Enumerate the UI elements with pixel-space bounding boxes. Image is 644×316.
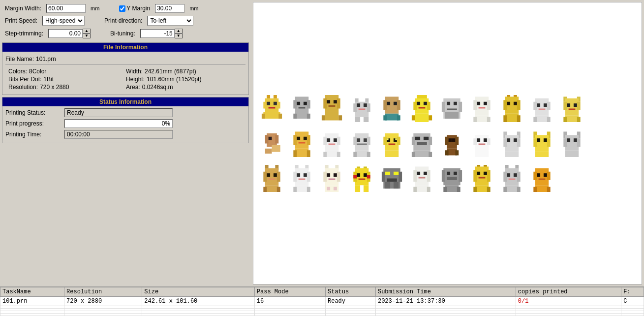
svg-rect-202	[263, 187, 267, 191]
cell-taskname: 101.prn	[0, 297, 64, 306]
svg-rect-21	[323, 98, 327, 108]
margin-width-label: Margin Width:	[5, 5, 41, 12]
svg-rect-262	[443, 187, 447, 191]
svg-rect-232	[364, 173, 367, 177]
svg-rect-258	[447, 171, 450, 175]
svg-rect-160	[445, 150, 449, 155]
step-trimming-spinner: ▲ ▼	[48, 29, 91, 38]
print-direction-select[interactable]: To-left To-right Bi-directional	[147, 16, 193, 26]
svg-rect-256	[442, 170, 445, 182]
left-panel: Margin Width: 60.00 mm Y Margin 30.00 mm	[0, 0, 251, 286]
sprite-r3-5	[378, 165, 405, 192]
svg-rect-254	[427, 187, 430, 191]
cell-resolution: 720 x 2880	[64, 297, 142, 306]
col-f: F:	[621, 287, 644, 297]
svg-rect-25	[329, 105, 336, 106]
y-margin-unit: mm	[189, 5, 198, 11]
svg-rect-284	[503, 187, 507, 191]
svg-rect-176	[505, 152, 519, 157]
filename-row: File Name: 101.prn	[5, 54, 245, 63]
bi-tuning-spinner-buttons: ▲ ▼	[175, 29, 183, 38]
svg-rect-220	[327, 173, 330, 177]
svg-rect-126	[337, 152, 340, 157]
svg-rect-166	[484, 138, 487, 142]
svg-rect-171	[505, 135, 519, 152]
step-trimming-up[interactable]: ▲	[83, 29, 91, 33]
printing-time-label: Printing Time:	[5, 131, 64, 138]
col-size: Size	[142, 287, 255, 297]
svg-rect-49	[413, 101, 417, 110]
svg-rect-32	[353, 103, 357, 112]
bi-tuning-up[interactable]: ▲	[175, 29, 183, 33]
svg-rect-174	[507, 138, 510, 142]
printing-time-row: Printing Time: 00:00:00	[5, 130, 245, 139]
y-margin-checkbox[interactable]	[119, 5, 125, 12]
cell-status: Ready	[325, 297, 375, 306]
svg-rect-141	[389, 143, 396, 145]
y-margin-checkbox-label[interactable]: Y Margin	[119, 5, 150, 12]
svg-rect-27	[322, 115, 325, 120]
bits-value: 1Bit	[43, 76, 54, 83]
print-speed-select[interactable]: High-speed Normal Low-speed	[42, 16, 85, 26]
bi-tuning-input[interactable]	[140, 29, 175, 38]
height-label: Height:	[126, 76, 145, 83]
svg-rect-87	[544, 103, 547, 107]
table-row[interactable]: 101.prn 720 x 2880 242.61 x 101.60 16 Re…	[0, 297, 644, 306]
svg-rect-189	[577, 138, 581, 147]
svg-rect-235	[364, 185, 368, 192]
bi-tuning-down[interactable]: ▼	[175, 33, 183, 38]
svg-rect-9	[262, 113, 265, 118]
svg-rect-55	[412, 115, 415, 120]
svg-rect-101	[563, 117, 567, 122]
step-trimming-spinner-buttons: ▲ ▼	[83, 29, 91, 38]
svg-rect-18	[293, 113, 297, 118]
svg-rect-71	[473, 117, 477, 122]
svg-rect-289	[537, 173, 540, 177]
svg-rect-61	[454, 101, 457, 105]
svg-rect-81	[503, 115, 507, 122]
svg-rect-105	[275, 135, 278, 143]
speed-direction-row: Print Speed: High-speed Normal Low-speed…	[5, 16, 246, 26]
resolution-label: Resolution:	[8, 84, 38, 91]
step-trimming-input[interactable]	[48, 29, 83, 38]
file-info-section: File Information File Name: 101.prn Colo…	[2, 42, 249, 95]
svg-rect-138	[397, 136, 400, 145]
svg-rect-162	[475, 135, 489, 150]
file-info-header: File Information	[2, 43, 248, 52]
colors-label: Colors:	[8, 68, 27, 75]
svg-rect-164	[487, 138, 491, 145]
svg-rect-266	[475, 166, 489, 185]
sprite-r2-5	[378, 130, 405, 157]
printing-time-value: 00:00:00	[64, 130, 173, 139]
svg-rect-112	[297, 136, 300, 140]
svg-rect-244	[385, 182, 390, 189]
svg-rect-203	[277, 187, 280, 191]
svg-rect-33	[367, 103, 370, 112]
svg-rect-231	[357, 173, 360, 177]
step-trimming-down[interactable]: ▼	[83, 33, 91, 38]
svg-rect-198	[267, 173, 270, 177]
svg-rect-201	[265, 185, 279, 192]
sprite-r2-3	[318, 130, 345, 157]
svg-rect-24	[334, 100, 337, 103]
svg-rect-128	[353, 136, 357, 145]
sprite-r3-3	[318, 165, 345, 192]
sprite-r2-10	[528, 130, 555, 157]
svg-rect-188	[563, 138, 567, 147]
svg-rect-23	[327, 100, 330, 103]
bits-label: Bits Per Dot:	[8, 76, 41, 83]
margin-width-input[interactable]: 60.00	[46, 4, 86, 13]
col-resolution: Resolution	[64, 287, 142, 297]
svg-rect-85	[547, 101, 551, 110]
svg-rect-219	[337, 171, 340, 182]
bi-tuning-label: Bi-tuning:	[110, 30, 135, 37]
svg-rect-247	[413, 170, 417, 182]
print-direction-label: Print-direction:	[104, 17, 142, 24]
svg-rect-134	[353, 152, 357, 157]
svg-rect-78	[507, 101, 510, 105]
y-margin-input[interactable]: 30.00	[155, 4, 184, 13]
svg-rect-292	[535, 185, 549, 192]
svg-rect-168	[475, 150, 489, 157]
print-progress-row: Print progress: 0%	[5, 119, 245, 128]
svg-rect-146	[412, 136, 415, 145]
